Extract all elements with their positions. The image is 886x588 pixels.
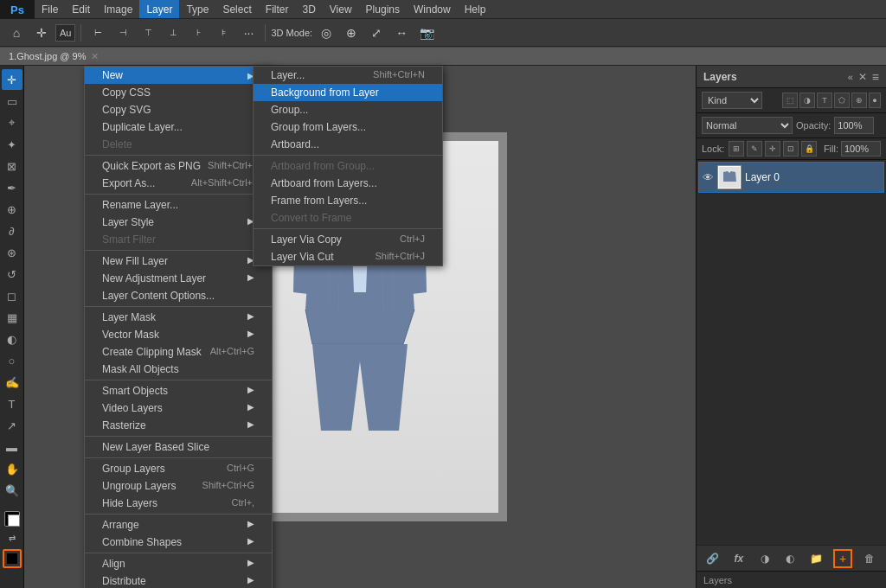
3d-btn1[interactable]: ◎	[315, 22, 337, 43]
tool-eraser[interactable]: ◻	[2, 285, 22, 306]
3d-btn4[interactable]: ↔	[390, 22, 413, 43]
tool-move[interactable]: ✛	[2, 69, 22, 90]
submenu-item-group[interactable]: Group...	[254, 101, 442, 118]
filter-pixel-btn[interactable]: ⬚	[782, 93, 798, 108]
menu-item-rename[interactable]: Rename Layer...	[85, 196, 272, 214]
menu-item-delete[interactable]: Delete	[85, 136, 272, 153]
3d-btn2[interactable]: ⊕	[340, 22, 363, 43]
lock-move-btn[interactable]: ✛	[765, 141, 780, 157]
filter-smart-btn[interactable]: ⊕	[851, 93, 867, 108]
tool-blur[interactable]: ◐	[2, 329, 22, 349]
menu-view[interactable]: View	[323, 0, 359, 18]
tool-brush[interactable]: ∂	[2, 220, 22, 241]
3d-btn5[interactable]: 📷	[415, 22, 438, 43]
doc-close[interactable]: ✕	[91, 51, 99, 62]
tool-lasso[interactable]: ⌖	[2, 112, 22, 133]
menu-item-video-layers[interactable]: Video Layers▶	[85, 399, 272, 417]
submenu-item-group-from-layers[interactable]: Group from Layers...	[254, 118, 442, 136]
tool-healing[interactable]: ⊕	[2, 199, 22, 220]
layer-row[interactable]: 👁 Layer 0	[698, 162, 884, 193]
link-layers-btn[interactable]: 🔗	[704, 550, 722, 567]
new-layer-btn[interactable]: +	[833, 549, 852, 568]
blend-mode-select[interactable]: Normal	[702, 117, 793, 134]
opacity-input[interactable]	[834, 117, 874, 134]
menu-item-copy-css[interactable]: Copy CSS	[85, 84, 272, 101]
tool-shapes[interactable]: ▬	[2, 437, 22, 457]
3d-btn3[interactable]: ⤢	[365, 22, 388, 43]
submenu-item-layer-via-copy[interactable]: Layer Via CopyCtrl+J	[254, 231, 442, 248]
tool-text[interactable]: T	[2, 393, 22, 414]
tool-gradient[interactable]: ▦	[2, 307, 22, 328]
tool-magic-wand[interactable]: ✦	[2, 134, 22, 155]
menu-item-hide-layers[interactable]: Hide LayersCtrl+,	[85, 495, 272, 512]
submenu-item-background-from-layer[interactable]: Background from Layer	[254, 84, 442, 101]
menu-item-ungroup-layers[interactable]: Ungroup LayersShift+Ctrl+G	[85, 477, 272, 495]
menu-item-rasterize[interactable]: Rasterize▶	[85, 417, 272, 434]
menu-item-combine-shapes[interactable]: Combine Shapes▶	[85, 534, 272, 551]
tool-eyedropper[interactable]: ✒	[2, 177, 22, 198]
submenu-item-layer-via-cut[interactable]: Layer Via CutShift+Ctrl+J	[254, 248, 442, 265]
tool-path[interactable]: ↗	[2, 415, 22, 436]
layer-visibility-eye[interactable]: 👁	[703, 171, 714, 184]
menu-item-copy-svg[interactable]: Copy SVG	[85, 101, 272, 118]
tool-clone[interactable]: ⊛	[2, 242, 22, 263]
menu-item-duplicate[interactable]: Duplicate Layer...	[85, 118, 272, 136]
menu-window[interactable]: Window	[407, 0, 458, 18]
menu-item-export-as[interactable]: Export As... Alt+Shift+Ctrl+'	[85, 175, 272, 192]
menu-item-new[interactable]: New ▶	[85, 67, 272, 84]
menu-help[interactable]: Help	[458, 0, 493, 18]
panel-close-btn[interactable]: ✕	[858, 71, 867, 83]
tool-dodge[interactable]: ○	[2, 350, 22, 371]
submenu-item-artboard-from-group[interactable]: Artboard from Group...	[254, 157, 442, 175]
lock-all-btn[interactable]: 🔒	[801, 141, 817, 157]
menu-item-layer-style[interactable]: Layer Style▶	[85, 214, 272, 231]
menu-item-align[interactable]: Align▶	[85, 555, 272, 572]
filter-type-btn[interactable]: T	[817, 93, 832, 108]
submenu-item-convert-to-frame[interactable]: Convert to Frame	[254, 209, 442, 227]
align-top-btn[interactable]: ⊥	[162, 22, 184, 43]
menu-item-arrange[interactable]: Arrange▶	[85, 516, 272, 534]
menu-layer[interactable]: Layer	[139, 0, 179, 18]
lock-checkerboard-btn[interactable]: ⊞	[729, 141, 744, 157]
submenu-item-artboard-from-layers[interactable]: Artboard from Layers...	[254, 175, 442, 192]
submenu-item-frame-from-layers[interactable]: Frame from Layers...	[254, 192, 442, 209]
tool-marquee[interactable]: ▭	[2, 91, 22, 112]
align-right-btn[interactable]: ⊤	[137, 22, 159, 43]
align-left-btn[interactable]: ⊢	[87, 22, 109, 43]
menu-item-smart-objects[interactable]: Smart Objects▶	[85, 382, 272, 399]
menu-type[interactable]: Type	[179, 0, 215, 18]
menu-3d[interactable]: 3D	[295, 0, 322, 18]
lock-artboard-btn[interactable]: ⊡	[783, 141, 799, 157]
tool-crop[interactable]: ⊠	[2, 156, 22, 176]
menu-plugins[interactable]: Plugins	[359, 0, 407, 18]
fx-btn[interactable]: fx	[730, 550, 748, 567]
tool-history-brush[interactable]: ↺	[2, 264, 22, 284]
add-mask-btn[interactable]: ◑	[756, 550, 774, 567]
kind-select[interactable]: Kind	[702, 92, 762, 109]
submenu-item-artboard[interactable]: Artboard...	[254, 136, 442, 153]
tool-zoom[interactable]: 🔍	[2, 480, 22, 501]
fill-input[interactable]	[841, 141, 881, 157]
menu-item-new-adj[interactable]: New Adjustment Layer▶	[85, 270, 272, 287]
tool-hand[interactable]: ✋	[2, 458, 22, 479]
lock-brush-btn[interactable]: ✎	[747, 141, 762, 157]
home-btn[interactable]: ⌂	[5, 22, 28, 43]
group-btn[interactable]: 📁	[807, 550, 825, 567]
filter-adj-btn[interactable]: ◑	[799, 93, 815, 108]
more-btn[interactable]: ···	[237, 22, 260, 43]
menu-item-content-options[interactable]: Layer Content Options...	[85, 287, 272, 304]
submenu-item-layer[interactable]: Layer...Shift+Ctrl+N	[254, 67, 442, 84]
menu-select[interactable]: Select	[215, 0, 258, 18]
menu-item-smart-filter[interactable]: Smart Filter	[85, 231, 272, 248]
foreground-color[interactable]	[4, 511, 20, 527]
menu-file[interactable]: File	[35, 0, 65, 18]
menu-filter[interactable]: Filter	[259, 0, 296, 18]
move-tool-btn[interactable]: ✛	[30, 22, 53, 43]
menu-item-quick-export[interactable]: Quick Export as PNG Shift+Ctrl+'	[85, 157, 272, 175]
align-middle-btn[interactable]: ⊦	[187, 22, 209, 43]
menu-item-clipping-mask[interactable]: Create Clipping MaskAlt+Ctrl+G	[85, 343, 272, 361]
swap-colors[interactable]: ⇄	[2, 527, 22, 548]
filter-shape-btn[interactable]: ⬠	[834, 93, 850, 108]
align-center-btn[interactable]: ⊣	[112, 22, 134, 43]
quick-mask[interactable]	[3, 549, 22, 568]
